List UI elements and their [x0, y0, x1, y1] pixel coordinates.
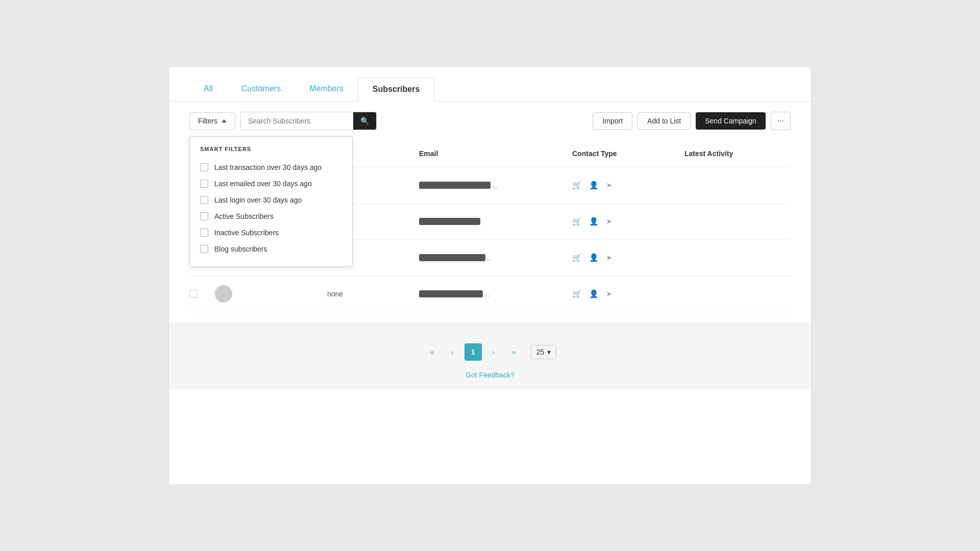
filter-item-5[interactable]: Blog subscribers	[200, 241, 342, 257]
filter-checkbox-1[interactable]	[200, 180, 208, 188]
filter-label-2: Last login over 30 days ago	[214, 196, 302, 204]
row1-contact-icons: 🛒 👤 ➤	[572, 181, 684, 190]
row3-contact-icons: 🛒 👤 ➤	[572, 253, 684, 262]
row3-contact-type: 🛒 👤 ➤	[572, 249, 684, 266]
filters-button[interactable]: Filters	[189, 112, 235, 130]
row2-contact-icons: 🛒 👤 ➤	[572, 217, 684, 226]
row2-latest-activity	[684, 217, 791, 226]
tab-customers[interactable]: Customers	[227, 77, 295, 102]
row4-checkbox-cell	[189, 286, 215, 302]
filter-checkbox-0[interactable]	[200, 163, 208, 171]
smart-filters-dropdown: SMART FILTERS Last transaction over 30 d…	[189, 136, 353, 267]
last-page-button[interactable]: »	[505, 343, 523, 361]
filter-label-5: Blog subscribers	[214, 245, 267, 253]
user-icon: 👤	[589, 217, 599, 226]
row4-email-cell: ...	[419, 286, 572, 302]
tabs-bar: All Customers Members Subscribers	[169, 77, 811, 102]
next-page-button[interactable]: ›	[485, 343, 502, 361]
cart-icon: 🛒	[572, 181, 582, 190]
row2-email-redacted	[419, 218, 480, 225]
row4-latest-activity	[684, 290, 791, 298]
table-row: none ... 🛒 👤 ➤	[189, 276, 791, 312]
pagination: « ‹ 1 › » 25 ▾	[169, 328, 811, 371]
bottom-section: « ‹ 1 › » 25 ▾ Got Feedback?	[169, 322, 811, 389]
search-icon: 🔍	[360, 117, 369, 125]
filter-label-0: Last transaction over 30 days ago	[214, 163, 322, 171]
row3-latest-activity	[684, 254, 791, 262]
row4-phone: none	[327, 286, 419, 302]
col-email: Email	[419, 145, 572, 162]
filter-checkbox-3[interactable]	[200, 212, 208, 220]
row2-contact-type: 🛒 👤 ➤	[572, 213, 684, 230]
col-contact-type: Contact Type	[572, 145, 684, 162]
col-latest-activity: Latest Activity	[684, 145, 791, 162]
filter-item-3[interactable]: Active Subscribers	[200, 208, 342, 224]
filter-item-0[interactable]: Last transaction over 30 days ago	[200, 159, 342, 176]
row4-avatar	[215, 285, 232, 303]
row4-email-redacted	[419, 290, 483, 297]
search-input[interactable]	[241, 113, 353, 129]
send-campaign-button[interactable]: Send Campaign	[696, 112, 765, 130]
feedback-link[interactable]: Got Feedback?	[169, 371, 811, 389]
filter-checkbox-4[interactable]	[200, 229, 208, 237]
row1-contact-type: 🛒 👤 ➤	[572, 177, 684, 194]
search-wrapper: 🔍	[240, 112, 377, 130]
row3-email-ellipsis: ...	[486, 254, 492, 262]
filter-label-4: Inactive Subscribers	[214, 229, 279, 237]
row3-email-redacted	[419, 254, 485, 261]
row4-contact-type: 🛒 👤 ➤	[572, 285, 684, 303]
filter-label-1: Last emailed over 30 days ago	[214, 180, 312, 188]
row4-checkbox[interactable]	[189, 290, 198, 298]
send-icon: ➤	[606, 253, 612, 262]
toolbar: Filters 🔍 Import Add to List Send Campai…	[169, 102, 811, 140]
filter-item-1[interactable]: Last emailed over 30 days ago	[200, 176, 342, 192]
row1-email-cell: ...	[419, 178, 572, 193]
filter-checkbox-5[interactable]	[200, 245, 208, 253]
row1-latest-activity	[684, 181, 791, 189]
filter-item-4[interactable]: Inactive Subscribers	[200, 224, 342, 241]
current-page-button[interactable]: 1	[464, 343, 482, 361]
add-to-list-button[interactable]: Add to List	[638, 112, 691, 130]
user-icon: 👤	[589, 253, 599, 262]
tab-subscribers[interactable]: Subscribers	[358, 77, 434, 102]
row1-email-ellipsis: ...	[492, 182, 497, 189]
tab-all[interactable]: All	[189, 77, 227, 102]
row4-email-ellipsis: ...	[484, 290, 489, 298]
row2-email-cell	[419, 214, 572, 229]
chevron-up-icon	[222, 119, 227, 122]
filter-label-3: Active Subscribers	[214, 212, 274, 220]
page-size-chevron: ▾	[547, 348, 551, 356]
send-icon: ➤	[606, 217, 612, 226]
main-container: All Customers Members Subscribers Filter…	[168, 66, 812, 485]
send-icon: ➤	[606, 181, 612, 190]
cart-icon: 🛒	[572, 217, 582, 226]
user-icon: 👤	[589, 289, 599, 298]
row4-contact-icons: 🛒 👤 ➤	[572, 289, 684, 298]
row3-email-cell: ...	[419, 250, 572, 266]
row1-email-redacted	[419, 182, 491, 189]
filters-label: Filters	[198, 117, 217, 125]
filter-item-2[interactable]: Last login over 30 days ago	[200, 192, 342, 208]
smart-filters-title: SMART FILTERS	[200, 146, 342, 152]
user-icon: 👤	[589, 181, 599, 190]
page-size-value: 25	[536, 348, 545, 356]
more-options-button[interactable]: ···	[771, 112, 791, 130]
page-size-selector[interactable]: 25 ▾	[531, 345, 557, 359]
import-button[interactable]: Import	[593, 112, 632, 130]
cart-icon: 🛒	[572, 289, 582, 298]
row4-name-cell	[215, 281, 327, 307]
filter-checkbox-2[interactable]	[200, 196, 208, 204]
first-page-button[interactable]: «	[424, 343, 441, 361]
search-button[interactable]: 🔍	[353, 112, 376, 130]
prev-page-button[interactable]: ‹	[444, 343, 461, 361]
tab-members[interactable]: Members	[295, 77, 358, 102]
cart-icon: 🛒	[572, 253, 582, 262]
send-icon: ➤	[606, 289, 612, 298]
